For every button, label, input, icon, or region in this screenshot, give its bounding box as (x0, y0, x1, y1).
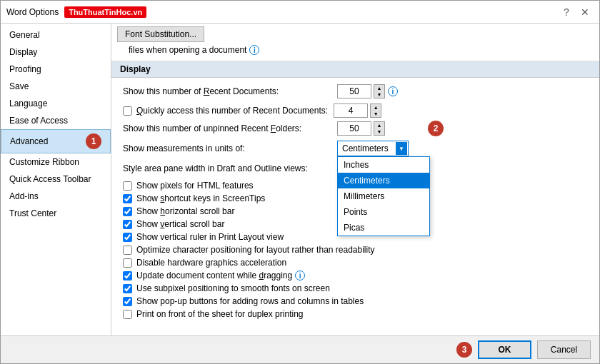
ok-button[interactable]: OK (478, 340, 531, 359)
recent-folders-spin-down[interactable]: ▼ (374, 128, 384, 135)
dropdown-option-points[interactable]: Points (338, 204, 429, 220)
units-select[interactable]: Inches Centimeters Millimeters Points Pi… (337, 141, 409, 156)
sidebar-item-display[interactable]: Display (1, 44, 111, 61)
advanced-label: Advanced (10, 136, 48, 146)
cb-vert-ruler[interactable] (123, 233, 132, 242)
cancel-button[interactable]: Cancel (537, 340, 591, 359)
dropdown-option-millimeters[interactable]: Millimeters (338, 188, 429, 204)
cb-row-10: Print on front of the sheet for duplex p… (123, 309, 588, 319)
main-header: Font Substitution... files when opening … (111, 24, 599, 61)
step-badge-3: 3 (456, 342, 472, 358)
main-panel: Font Substitution... files when opening … (111, 24, 599, 335)
cb-row-8: Use subpixel positioning to smooth fonts… (123, 283, 588, 293)
cb-vert-ruler-label: Show vertical ruler in Print Layout view (136, 232, 284, 242)
sidebar-item-save[interactable]: Save (1, 78, 111, 95)
recent-folders-spinner-btns: ▲ ▼ (374, 121, 385, 136)
cb-vert-scroll[interactable] (123, 220, 132, 229)
cb-shortcut-keys[interactable] (123, 194, 132, 203)
update-dragging-info-icon[interactable]: i (295, 271, 305, 280)
help-button[interactable]: ? (558, 4, 575, 21)
dialog-content: General Display Proofing Save Language E… (1, 24, 599, 335)
cb-row-7: Update document content while dragging i (123, 271, 588, 280)
section-content: Show this number of Recent Documents: ▲ … (111, 78, 599, 328)
quick-access-spin-down[interactable]: ▼ (371, 111, 381, 117)
cb-horiz-scroll[interactable] (123, 207, 132, 216)
window-title: Word Options (6, 7, 59, 17)
top-note-text: files when opening a document (129, 45, 246, 55)
quick-access-label: Quickly access this number of Recent Doc… (136, 106, 328, 116)
cb-hw-accel[interactable] (123, 258, 132, 268)
cb-update-dragging[interactable] (123, 271, 132, 280)
recent-folders-row: Show this number of unpinned Recent Fold… (123, 121, 588, 136)
dropdown-option-inches[interactable]: Inches (338, 157, 429, 173)
sidebar-item-customize-ribbon[interactable]: Customize Ribbon (1, 153, 111, 171)
quick-access-spinner: ▲ ▼ (334, 103, 381, 118)
cb-update-dragging-label: Update document content while dragging (136, 271, 292, 280)
cb-hw-accel-label: Disable hardware graphics acceleration (136, 258, 286, 268)
cb-popup-btns[interactable] (123, 297, 132, 306)
style-pane-label: Style area pane width in Draft and Outli… (123, 163, 337, 173)
quick-access-checkbox[interactable] (123, 106, 132, 116)
scroll-area[interactable]: Display Show this number of Recent Docum… (111, 61, 599, 335)
units-dropdown-wrapper: Inches Centimeters Millimeters Points Pi… (337, 141, 409, 156)
step-badge-2: 2 (428, 121, 444, 136)
title-bar: Word Options ThuThuatTinHoc.vn ? ✕ (1, 1, 599, 24)
recent-docs-row: Show this number of Recent Documents: ▲ … (123, 84, 588, 99)
sidebar-item-add-ins[interactable]: Add-ins (1, 188, 111, 205)
dropdown-option-picas[interactable]: Picas (338, 220, 429, 236)
units-row: Show measurements in units of: Inches Ce… (123, 141, 588, 156)
cb-row-6: Disable hardware graphics acceleration (123, 258, 588, 268)
recent-docs-spinner: ▲ ▼ (337, 84, 385, 98)
top-note: files when opening a document i (117, 42, 594, 58)
sidebar-item-quick-access[interactable]: Quick Access Toolbar (1, 171, 111, 188)
footer-bar: 3 OK Cancel (1, 335, 599, 363)
cb-subpixel-label: Use subpixel positioning to smooth fonts… (136, 283, 330, 293)
quick-access-row: Quickly access this number of Recent Doc… (123, 103, 588, 118)
watermark-badge: ThuThuatTinHoc.vn (64, 6, 146, 18)
top-note-info-icon[interactable]: i (249, 45, 259, 55)
sidebar-item-proofing[interactable]: Proofing (1, 61, 111, 78)
cb-duplex[interactable] (123, 310, 132, 319)
step-badge-1: 1 (86, 133, 101, 149)
cb-char-positioning[interactable] (123, 246, 132, 255)
cb-popup-btns-label: Show pop-up buttons for adding rows and … (136, 296, 364, 306)
sidebar-item-advanced[interactable]: Advanced 1 (1, 129, 111, 153)
cb-html-pixels[interactable] (123, 181, 132, 191)
quick-access-spin-up[interactable]: ▲ (371, 104, 381, 111)
cb-duplex-label: Print on front of the sheet for duplex p… (136, 309, 303, 319)
word-options-window: Word Options ThuThuatTinHoc.vn ? ✕ Gener… (0, 0, 600, 364)
cb-subpixel[interactable] (123, 284, 132, 293)
sidebar-item-ease-of-access[interactable]: Ease of Access (1, 112, 111, 129)
recent-docs-spin-up[interactable]: ▲ (374, 85, 384, 91)
dropdown-menu: Inches Centimeters Millimeters Points Pi… (337, 156, 430, 236)
cb-html-pixels-label: Show pixels for HTML features (136, 181, 254, 191)
sidebar-item-trust-center[interactable]: Trust Center (1, 205, 111, 222)
recent-docs-spin-down[interactable]: ▼ (374, 91, 384, 98)
recent-folders-spinner: ▲ ▼ (337, 121, 385, 136)
dropdown-option-centimeters[interactable]: Centimeters (338, 173, 429, 188)
display-section-header: Display (111, 61, 599, 78)
recent-docs-spinner-btns: ▲ ▼ (374, 84, 385, 98)
cb-horiz-scroll-label: Show horizontal scroll bar (136, 206, 234, 216)
quick-access-input[interactable] (334, 103, 368, 118)
cb-char-positioning-label: Optimize character positioning for layou… (136, 245, 375, 255)
units-label: Show measurements in units of: (123, 143, 337, 153)
sidebar-item-general[interactable]: General (1, 26, 111, 44)
cb-row-5: Optimize character positioning for layou… (123, 245, 588, 255)
recent-docs-info-icon[interactable]: i (388, 86, 398, 96)
sidebar-item-language[interactable]: Language (1, 95, 111, 112)
recent-folders-label: Show this number of unpinned Recent Fold… (123, 123, 337, 133)
close-button[interactable]: ✕ (576, 4, 594, 21)
cb-shortcut-keys-label: Show shortcut keys in ScreenTips (136, 193, 265, 203)
recent-folders-input[interactable] (337, 121, 371, 136)
quick-access-spinner-btns: ▲ ▼ (370, 103, 381, 118)
recent-docs-label: Show this number of Recent Documents: (123, 86, 337, 96)
cb-vert-scroll-label: Show vertical scroll bar (136, 219, 224, 229)
title-bar-left: Word Options ThuThuatTinHoc.vn (6, 6, 146, 18)
recent-folders-spin-up[interactable]: ▲ (374, 122, 384, 128)
recent-docs-input[interactable] (337, 84, 371, 98)
font-substitution-button[interactable]: Font Substitution... (117, 26, 204, 42)
title-bar-controls: ? ✕ (558, 4, 594, 21)
sidebar: General Display Proofing Save Language E… (1, 24, 111, 335)
cb-row-9: Show pop-up buttons for adding rows and … (123, 296, 588, 306)
